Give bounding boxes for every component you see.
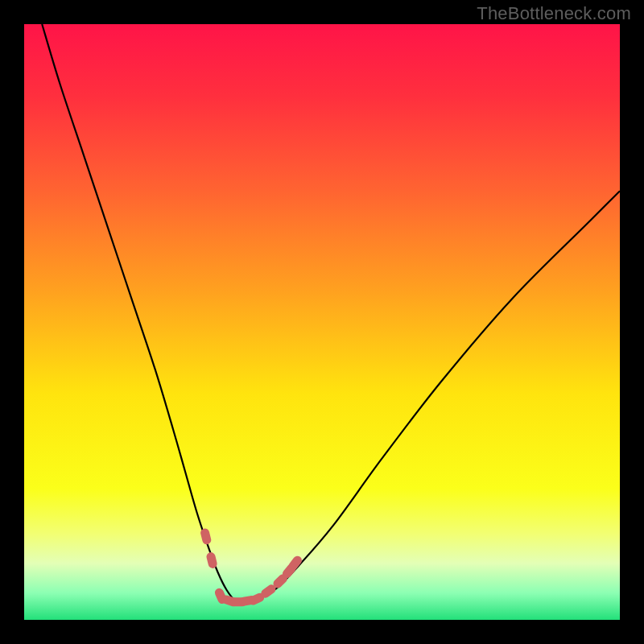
watermark-text: TheBottleneck.com — [477, 3, 631, 24]
chart-svg — [24, 24, 620, 620]
plot-area — [24, 24, 620, 620]
gradient-background — [24, 24, 620, 620]
outer-frame: TheBottleneck.com — [0, 0, 644, 644]
